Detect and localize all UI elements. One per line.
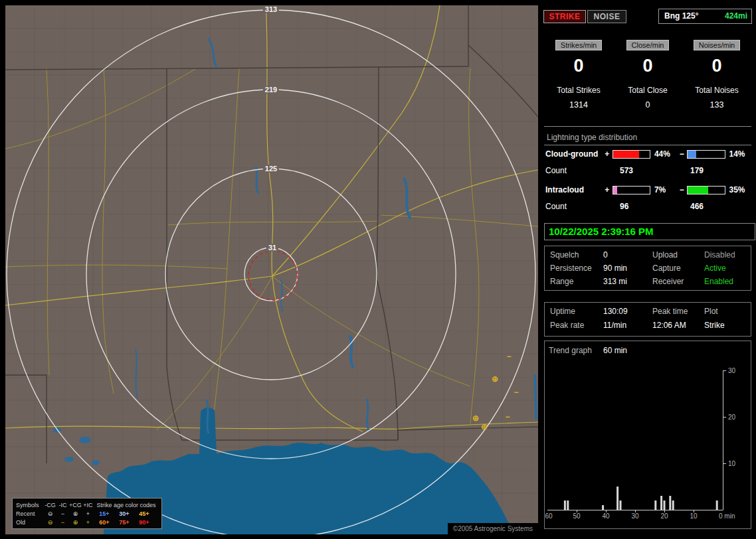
x-tick-label: 50: [573, 512, 581, 520]
divider: [544, 145, 751, 145]
minus-count: 466: [690, 202, 704, 211]
x-tick-label: 10: [690, 512, 698, 520]
peak-rate-label: Peak rate: [550, 321, 584, 330]
peak-time-label: Peak time: [652, 307, 688, 316]
age-code: 60+: [94, 519, 114, 526]
trend-graph: 60 50 40 30 20 10 0 min 30 20 10: [545, 357, 751, 527]
legend-col-pos-cg: +CG: [69, 502, 82, 508]
legend-col-pos-ic: +IC: [82, 502, 94, 508]
plus-gauge: [613, 150, 650, 159]
trend-graph-label: Trend graph: [549, 346, 592, 355]
range-ring-label: 219: [263, 86, 279, 94]
trend-bar: [660, 496, 662, 510]
pos-ic-recent-icon: +: [82, 510, 94, 517]
trend-bar: [620, 501, 622, 510]
status-row: Peak rate 11/min 12:06 AM Strike: [545, 321, 751, 331]
noise-toggle-button[interactable]: NOISE: [587, 10, 626, 23]
plus-sign: +: [603, 149, 611, 159]
plus-percent: 44%: [652, 149, 678, 159]
close-per-min-label: Close/min: [626, 40, 670, 50]
total-close-value: 0: [613, 100, 682, 110]
bearing-readout: Bng 125° 424mi: [658, 9, 752, 24]
trend-bar: [669, 496, 671, 510]
x-tick-label: 0 min: [719, 512, 735, 520]
x-tick-label: 60: [545, 512, 553, 520]
plus-gauge-fill: [613, 151, 639, 158]
neg-ic-old-icon: −: [56, 519, 69, 526]
age-code: 90+: [134, 519, 154, 526]
upload-status: Disabled: [704, 250, 735, 260]
map-panel[interactable]: 313 219 125 31 ⊕−−−⊕⊕ Symbols -CG -IC +C…: [5, 5, 538, 534]
y-tick-label: 10: [728, 460, 736, 467]
total-strikes-value: 1314: [544, 100, 613, 110]
datetime-display: 10/22/2025 2:39:16 PM: [544, 223, 755, 240]
trend-bar: [654, 501, 656, 510]
distribution-title: Lightning type distribution: [547, 133, 637, 142]
upload-label: Upload: [652, 250, 678, 260]
legend-row-label: Old: [16, 519, 44, 526]
type-name: Cloud-ground: [545, 149, 603, 159]
age-code: 30+: [114, 510, 134, 517]
age-code: 15+: [94, 510, 114, 517]
status-row: Uptime 130:09 Peak time Plot: [545, 307, 751, 317]
trend-bar: [616, 487, 618, 510]
peak-time-value: 12:06 AM: [652, 321, 686, 330]
noises-per-min-label: Noises/min: [694, 40, 740, 50]
legend-col-neg-cg: -CG: [44, 502, 56, 508]
count-label: Count: [545, 202, 567, 211]
app-window: 313 219 125 31 ⊕−−−⊕⊕ Symbols -CG -IC +C…: [0, 0, 756, 539]
bearing-distance: 424mi: [725, 9, 747, 23]
strike-symbol: −: [506, 352, 511, 360]
neg-cg-recent-icon: ⊖: [44, 510, 56, 517]
plus-count: 573: [620, 166, 633, 175]
total-close-label: Total Close: [613, 86, 682, 95]
persistence-value: 90 min: [603, 264, 627, 273]
minus-gauge-fill: [688, 187, 708, 194]
minus-sign: −: [678, 185, 686, 194]
strikes-column: Strikes/min 0 Total Strikes 1314: [544, 40, 613, 110]
settings-row: Range 313 mi Receiver Enabled: [545, 277, 751, 287]
trend-axes: [547, 370, 726, 512]
copyright-notice: ©2005 Astrogenic Systems: [448, 523, 538, 534]
type-name: Intracloud: [545, 185, 603, 194]
capture-label: Capture: [652, 264, 681, 273]
cloud-ground-row: Cloud-ground + 44% − 14%: [545, 149, 753, 159]
age-code: 75+: [114, 519, 134, 526]
receiver-label: Receiver: [652, 277, 684, 286]
plus-gauge-fill: [613, 187, 617, 194]
trend-window-value: 60 min: [603, 346, 627, 355]
pos-cg-recent-icon: ⊕: [69, 510, 82, 517]
squelch-label: Squelch: [550, 250, 579, 260]
range-ring-label: 125: [263, 165, 279, 173]
close-column: Close/min 0 Total Close 0: [613, 40, 682, 110]
strike-symbol: −: [514, 388, 518, 396]
noises-column: Noises/min 0 Total Noises 133: [682, 40, 751, 110]
settings-row: Squelch 0 Upload Disabled: [545, 250, 751, 260]
minus-count: 179: [690, 166, 704, 175]
persistence-label: Persistence: [550, 264, 592, 273]
strikes-per-min-label: Strikes/min: [555, 40, 602, 50]
total-noises-value: 133: [682, 100, 751, 110]
pos-ic-old-icon: +: [82, 519, 94, 526]
range-label: Range: [550, 277, 573, 286]
x-tick-label: 30: [631, 512, 639, 520]
strike-symbol-layer: ⊕−−−⊕⊕: [5, 5, 538, 534]
strike-toggle-button[interactable]: STRIKE: [543, 10, 586, 23]
settings-box: Squelch 0 Upload Disabled Persistence 90…: [544, 246, 751, 291]
legend-col-neg-ic: -IC: [56, 502, 69, 508]
control-panel: STRIKE NOISE Bng 125° 424mi Strikes/min …: [541, 0, 756, 539]
strike-symbol: ⊕: [492, 375, 498, 383]
total-noises-label: Total Noises: [682, 86, 751, 95]
count-label: Count: [545, 166, 567, 175]
trend-graph-box: Trend graph 60 min 60 50 40 30 20 10 0 m…: [544, 341, 751, 529]
y-tick-label: 30: [728, 367, 736, 374]
strike-symbol: −: [505, 413, 510, 421]
squelch-value: 0: [603, 250, 608, 260]
range-value: 313 mi: [603, 277, 627, 286]
minus-percent: 14%: [727, 149, 753, 159]
plus-sign: +: [603, 185, 611, 194]
trend-bar: [602, 505, 604, 510]
minus-percent: 35%: [727, 185, 753, 194]
trend-bar: [567, 501, 569, 510]
plus-gauge: [613, 186, 650, 194]
